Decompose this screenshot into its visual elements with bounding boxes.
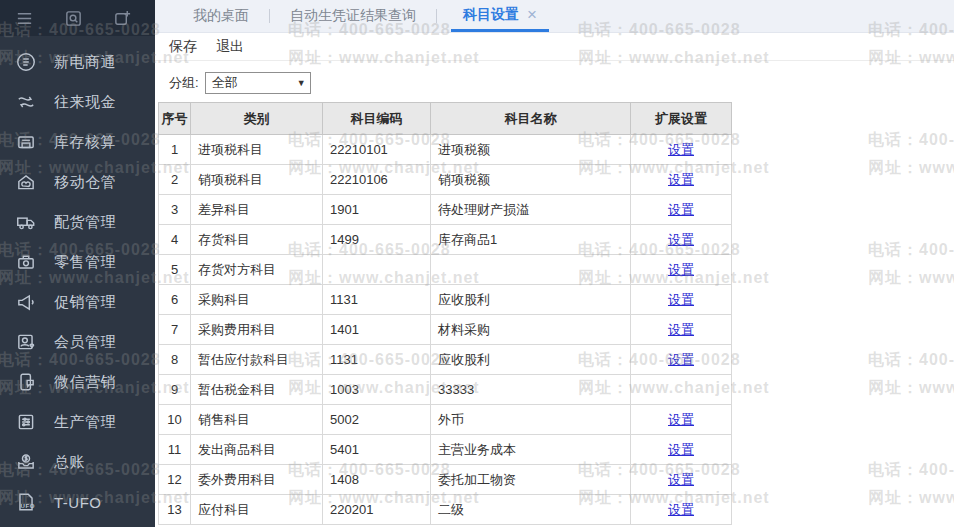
promotion-icon: [15, 291, 37, 313]
settings-link[interactable]: 设置: [668, 352, 694, 367]
membership-icon: [15, 331, 37, 353]
sidebar-item-invoice[interactable]: 发票管理: [0, 522, 155, 527]
sidebar-item-label: 移动仓管: [54, 173, 116, 192]
sidebar-item-distribution[interactable]: 配货管理: [0, 202, 155, 242]
ledger-icon: [15, 451, 37, 473]
cell-code: 1131: [323, 345, 431, 375]
sidebar-item-ecommerce[interactable]: 新电商通: [0, 42, 155, 82]
tab-3[interactable]: 科目设置×: [451, 0, 549, 32]
search-doc-icon[interactable]: [64, 9, 83, 28]
cash-flow-icon: [15, 91, 37, 113]
cell-code: 22210101: [323, 135, 431, 165]
cell-serial: 8: [159, 345, 191, 375]
tab-1[interactable]: 我的桌面: [187, 0, 255, 32]
settings-link[interactable]: 设置: [668, 472, 694, 487]
svg-text:UFO: UFO: [21, 503, 35, 509]
sidebar-item-production[interactable]: 生产管理: [0, 402, 155, 442]
cell-category: 销项税科目: [191, 165, 323, 195]
sidebar-item-label: 生产管理: [54, 413, 116, 432]
ecommerce-icon: [15, 51, 37, 73]
cell-code: 22210106: [323, 165, 431, 195]
sidebar-item-label: 新电商通: [54, 53, 116, 72]
settings-link[interactable]: 设置: [668, 292, 694, 307]
settings-link[interactable]: 设置: [668, 262, 694, 277]
sidebar-item-label: 往来现金: [54, 93, 116, 112]
cell-name: 主营业务成本: [431, 435, 631, 465]
tab-separator: [436, 9, 437, 23]
cell-name: 库存商品1: [431, 225, 631, 255]
cell-category: 暂估税金科目: [191, 375, 323, 405]
col-header-serial: 序号: [159, 103, 191, 135]
group-filter-label: 分组:: [169, 74, 199, 92]
settings-link[interactable]: 设置: [668, 502, 694, 517]
cell-code: 220201: [323, 495, 431, 525]
cell-category: 进项税科目: [191, 135, 323, 165]
cell-action: 设置: [631, 315, 732, 345]
sidebar-item-promotion[interactable]: 促销管理: [0, 282, 155, 322]
chevron-down-icon: ▼: [297, 78, 306, 88]
subject-settings-table: 序号 类别 科目编码 科目名称 扩展设置 1进项税科目22210101进项税额设…: [158, 102, 732, 525]
cell-code: 1003: [323, 375, 431, 405]
sidebar-item-ledger[interactable]: 总账: [0, 442, 155, 482]
table-row: 3差异科目1901待处理财产损溢设置: [159, 195, 732, 225]
tab-label: 我的桌面: [193, 7, 249, 25]
cell-name: 待处理财产损溢: [431, 195, 631, 225]
sidebar-item-label: 会员管理: [54, 333, 116, 352]
group-select[interactable]: 全部 ▼: [205, 72, 311, 94]
table-row: 1进项税科目22210101进项税额设置: [159, 135, 732, 165]
cell-serial: 12: [159, 465, 191, 495]
save-button[interactable]: 保存: [169, 38, 197, 56]
settings-link[interactable]: 设置: [668, 142, 694, 157]
tufo-icon: UFO: [15, 491, 37, 513]
cell-serial: 5: [159, 255, 191, 285]
sidebar-item-cash-flow[interactable]: 往来现金: [0, 82, 155, 122]
cell-name: [431, 255, 631, 285]
tab-separator: [269, 9, 270, 23]
sidebar-item-label: 零售管理: [54, 253, 116, 272]
cell-action: 设置: [631, 165, 732, 195]
new-window-icon[interactable]: [113, 9, 132, 28]
cell-action: 设置: [631, 195, 732, 225]
settings-link[interactable]: 设置: [668, 202, 694, 217]
sidebar-item-wechat[interactable]: 微信营销: [0, 362, 155, 402]
menu-icon[interactable]: [15, 9, 34, 28]
cell-category: 暂估应付款科目: [191, 345, 323, 375]
mobile-warehouse-icon: [15, 171, 37, 193]
table-row: 8暂估应付款科目1131应收股利设置: [159, 345, 732, 375]
cell-code: 1401: [323, 315, 431, 345]
table-row: 4存货科目1499库存商品1设置: [159, 225, 732, 255]
settings-link[interactable]: 设置: [668, 232, 694, 247]
settings-link[interactable]: 设置: [668, 172, 694, 187]
sidebar-item-membership[interactable]: 会员管理: [0, 322, 155, 362]
sidebar-item-mobile-warehouse[interactable]: 移动仓管: [0, 162, 155, 202]
sidebar-item-tufo[interactable]: UFOT-UFO: [0, 482, 155, 522]
cell-name: 外币: [431, 405, 631, 435]
sidebar-item-label: 配货管理: [54, 213, 116, 232]
cell-action: 设置: [631, 135, 732, 165]
exit-button[interactable]: 退出: [216, 38, 244, 56]
cell-action: 设置: [631, 495, 732, 525]
settings-link[interactable]: 设置: [668, 322, 694, 337]
close-icon[interactable]: ×: [527, 6, 537, 23]
sidebar-item-label: 总账: [54, 453, 85, 472]
settings-link[interactable]: 设置: [668, 442, 694, 457]
cell-action: 设置: [631, 225, 732, 255]
sidebar-item-label: 微信营销: [54, 373, 116, 392]
col-header-code: 科目编码: [323, 103, 431, 135]
sidebar-item-inventory[interactable]: 库存核算: [0, 122, 155, 162]
table-row: 11发出商品科目5401主营业务成本设置: [159, 435, 732, 465]
cell-category: 采购费用科目: [191, 315, 323, 345]
cell-name: 进项税额: [431, 135, 631, 165]
tab-2[interactable]: 自动生凭证结果查询: [284, 0, 422, 32]
cell-serial: 9: [159, 375, 191, 405]
cell-name: 委托加工物资: [431, 465, 631, 495]
distribution-icon: [15, 211, 37, 233]
sidebar-item-retail[interactable]: 零售管理: [0, 242, 155, 282]
cell-serial: 2: [159, 165, 191, 195]
main-panel: 我的桌面自动生凭证结果查询科目设置× 保存 退出 分组: 全部 ▼ 序号 类别 …: [155, 0, 954, 527]
cell-category: 委外费用科目: [191, 465, 323, 495]
cell-serial: 13: [159, 495, 191, 525]
filter-row: 分组: 全部 ▼: [155, 72, 954, 94]
settings-link[interactable]: 设置: [668, 412, 694, 427]
cell-action: 设置: [631, 435, 732, 465]
